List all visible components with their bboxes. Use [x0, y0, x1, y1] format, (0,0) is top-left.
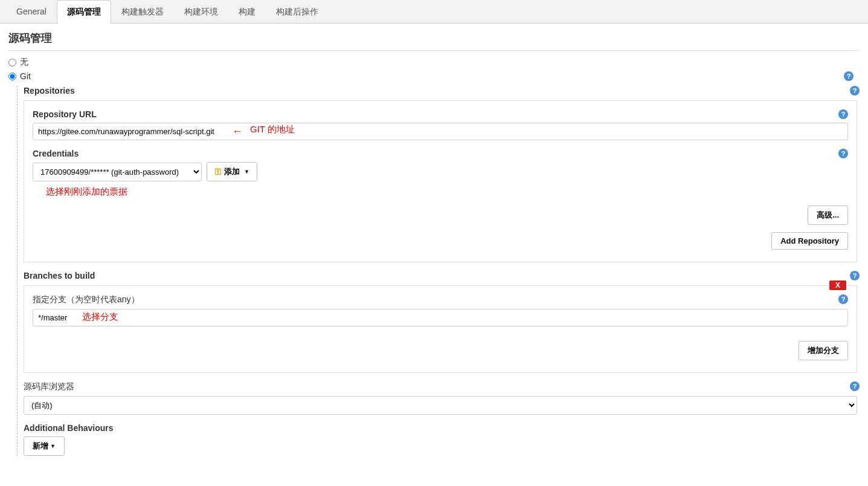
help-icon-browser[interactable]: ?	[850, 381, 860, 391]
credentials-label: Credentials ?	[33, 149, 848, 158]
radio-git[interactable]	[8, 73, 16, 80]
help-icon-credentials[interactable]: ?	[838, 149, 848, 158]
config-tabs: General 源码管理 构建触发器 构建环境 构建 构建后操作	[0, 0, 868, 24]
help-icon-branch-specifier[interactable]: ?	[838, 294, 848, 304]
help-icon-git[interactable]: ?	[844, 71, 854, 81]
repo-browser-select[interactable]: (自动)	[24, 396, 857, 415]
caret-down-icon: ▼	[244, 169, 249, 175]
tab-general[interactable]: General	[6, 0, 57, 24]
add-branch-button[interactable]: 增加分支	[799, 341, 848, 360]
repo-browser-label: 源码库浏览器 ?	[24, 381, 860, 392]
radio-none[interactable]	[8, 59, 16, 66]
add-repository-button[interactable]: Add Repository	[771, 232, 848, 250]
advanced-button[interactable]: 高级...	[808, 206, 848, 225]
section-title-scm: 源码管理	[8, 31, 860, 51]
tab-env[interactable]: 构建环境	[174, 0, 228, 24]
additional-behaviours-label: Additional Behaviours	[24, 423, 860, 433]
branch-block: 指定分支（为空时代表any） ? 选择分支 增加分支	[24, 285, 857, 373]
help-icon-branches[interactable]: ?	[850, 271, 860, 280]
key-icon: ⚿	[214, 167, 222, 176]
branch-specifier-input[interactable]	[33, 309, 848, 326]
help-icon-repo-url[interactable]: ?	[838, 109, 848, 119]
annotation-credentials: 选择刚刚添加的票据	[46, 186, 127, 198]
delete-branch-button[interactable]: X	[829, 280, 846, 290]
tab-scm[interactable]: 源码管理	[57, 0, 111, 24]
branch-specifier-label: 指定分支（为空时代表any） ?	[33, 294, 848, 305]
help-icon-repositories[interactable]: ?	[850, 86, 860, 96]
tab-triggers[interactable]: 构建触发器	[111, 0, 174, 24]
repository-block: Repository URL ? ← GIT 的地址 Credentials ?…	[24, 100, 857, 262]
scm-option-none[interactable]: 无	[8, 57, 860, 68]
repo-url-input[interactable]	[33, 123, 848, 140]
branches-heading: Branches to build ?	[24, 271, 860, 280]
tab-build[interactable]: 构建	[228, 0, 266, 24]
radio-git-label: Git	[20, 71, 31, 81]
add-behaviour-button[interactable]: 新增 ▼	[24, 436, 65, 456]
repositories-heading: Repositories ?	[24, 86, 860, 96]
caret-down-icon: ▼	[50, 443, 56, 449]
add-credentials-button[interactable]: ⚿ 添加 ▼	[207, 162, 257, 181]
radio-none-label: 无	[20, 57, 28, 68]
scm-option-git[interactable]: Git ?	[8, 71, 860, 81]
tab-postbuild[interactable]: 构建后操作	[266, 0, 329, 24]
credentials-select[interactable]: 17600909499/****** (git-auth-password)	[33, 163, 202, 181]
repo-url-label: Repository URL ?	[33, 109, 848, 119]
